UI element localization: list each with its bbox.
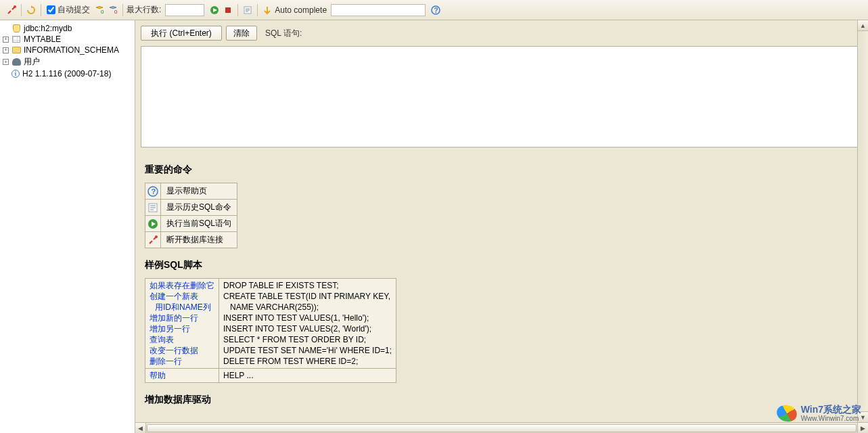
table-row: 如果表存在删除它 创建一个新表 用ID和NAME列 增加新的一行 增加另一行 查… — [145, 279, 396, 369]
scroll-thumb[interactable] — [147, 424, 856, 432]
separator — [122, 4, 123, 16]
scripts-table: 如果表存在删除它 创建一个新表 用ID和NAME列 增加新的一行 增加另一行 查… — [145, 278, 396, 383]
separator — [21, 4, 22, 16]
tree-db-url: jdbc:h2:mydb — [24, 24, 72, 33]
sql-statement-label: SQL 语句: — [265, 28, 302, 39]
tree-item-users[interactable]: + 用户 — [3, 55, 132, 68]
autocomplete-icon[interactable] — [261, 4, 273, 16]
command-label[interactable]: 显示帮助页 — [161, 183, 237, 200]
splitter[interactable] — [135, 147, 868, 153]
script-link[interactable]: 增加新的一行 — [150, 313, 214, 323]
auto-submit-label: 自动提交 — [58, 4, 90, 16]
script-link[interactable]: 创建一个新表 — [150, 291, 214, 302]
add-driver-title: 增加数据库驱动 — [145, 394, 859, 406]
command-label[interactable]: 执行当前SQL语句 — [161, 216, 237, 232]
script-link[interactable]: 用ID和NAME列 — [150, 302, 214, 313]
table-row: 执行当前SQL语句 — [145, 216, 237, 232]
script-links-cell: 帮助 — [145, 369, 219, 383]
vertical-scrollbar[interactable]: ▲ ▼ — [857, 20, 868, 422]
table-icon — [12, 35, 21, 44]
tree-panel: jdbc:h2:mydb + MYTABLE + INFORMATION_SCH… — [0, 20, 135, 433]
right-panel: 执行 (Ctrl+Enter) 清除 SQL 语句: 重要的命令 ? 显示帮助页 — [135, 20, 868, 433]
svg-rect-4 — [225, 7, 231, 13]
script-link[interactable]: 改变一行数据 — [150, 345, 214, 356]
scroll-right-icon[interactable]: ▶ — [857, 423, 868, 434]
scroll-down-icon[interactable]: ▼ — [858, 411, 868, 422]
help-icon[interactable]: ? — [145, 183, 161, 200]
svg-text:?: ? — [434, 7, 438, 14]
tree-label: 用户 — [24, 56, 40, 68]
stop-icon[interactable] — [222, 4, 234, 16]
important-commands-title: 重要的命令 — [145, 164, 859, 176]
database-icon — [12, 24, 21, 33]
auto-complete-label: Auto complete — [275, 5, 327, 15]
command-label[interactable]: 显示历史SQL命令 — [161, 200, 237, 216]
max-rows-label: 最大行数: — [127, 4, 161, 16]
history-icon[interactable] — [145, 200, 161, 216]
users-icon — [12, 58, 21, 67]
script-link[interactable]: 查询表 — [150, 334, 214, 345]
query-bar: 执行 (Ctrl+Enter) 清除 SQL 语句: — [135, 20, 868, 46]
script-link[interactable]: 帮助 — [150, 370, 214, 381]
script-link[interactable]: 如果表存在删除它 — [150, 280, 214, 291]
separator — [237, 4, 238, 16]
separator — [257, 4, 258, 16]
disconnect-icon[interactable] — [145, 232, 161, 248]
script-links-cell: 如果表存在删除它 创建一个新表 用ID和NAME列 增加新的一行 增加另一行 查… — [145, 279, 219, 369]
expander-icon[interactable]: + — [3, 47, 9, 53]
scroll-up-icon[interactable]: ▲ — [858, 20, 868, 31]
script-code-cell: HELP ... — [219, 369, 396, 383]
clear-button[interactable]: 清除 — [226, 26, 257, 41]
svg-text:0: 0 — [114, 9, 118, 15]
script-code-cell: DROP TABLE IF EXISTS TEST; CREATE TABLE … — [219, 279, 396, 369]
sql-editor[interactable] — [141, 46, 863, 147]
command-label[interactable]: 断开数据库连接 — [161, 232, 237, 248]
refresh-icon[interactable] — [25, 4, 37, 16]
auto-submit-input[interactable] — [47, 5, 55, 14]
auto-complete-input[interactable] — [331, 4, 426, 16]
rollback-icon[interactable]: 0 — [107, 4, 119, 16]
tree-item-mytable[interactable]: + MYTABLE — [3, 34, 132, 45]
table-row: 显示历史SQL命令 — [145, 200, 237, 216]
disconnect-icon[interactable] — [5, 4, 18, 16]
tree-version: i H2 1.1.116 (2009-07-18) — [3, 68, 132, 79]
commit-icon[interactable]: 0 — [93, 4, 106, 16]
history-icon[interactable] — [242, 4, 254, 16]
auto-submit-checkbox[interactable]: 自动提交 — [47, 4, 90, 16]
tree-label: INFORMATION_SCHEMA — [24, 45, 119, 55]
scroll-left-icon[interactable]: ◀ — [135, 423, 146, 434]
horizontal-scrollbar[interactable]: ◀ ▶ — [135, 422, 868, 433]
commands-table: ? 显示帮助页 显示历史SQL命令 执行当前SQL语句 — [145, 183, 237, 248]
run-icon[interactable] — [145, 216, 161, 232]
svg-text:?: ? — [152, 187, 156, 196]
tree-label: MYTABLE — [24, 35, 61, 44]
help-icon[interactable]: ? — [430, 4, 442, 16]
separator — [41, 4, 41, 16]
toolbar: 自动提交 0 0 最大行数: Auto complete ? — [0, 0, 868, 20]
expander-icon[interactable]: + — [3, 59, 9, 65]
table-row: 帮助 HELP ... — [145, 369, 396, 383]
script-link[interactable]: 删除一行 — [150, 356, 214, 367]
tree-db-root[interactable]: jdbc:h2:mydb — [3, 23, 132, 34]
run-icon[interactable] — [208, 4, 221, 16]
tree-item-information-schema[interactable]: + INFORMATION_SCHEMA — [3, 45, 132, 55]
svg-point-12 — [155, 235, 158, 238]
info-icon: i — [12, 70, 20, 78]
table-row: ? 显示帮助页 — [145, 183, 237, 200]
expander-icon[interactable]: + — [3, 37, 9, 43]
table-row: 断开数据库连接 — [145, 232, 237, 248]
svg-point-0 — [14, 5, 16, 8]
script-link[interactable]: 增加另一行 — [150, 323, 214, 334]
result-panel: 重要的命令 ? 显示帮助页 显示历史SQL命令 — [135, 153, 868, 433]
tree-version-label: H2 1.1.116 (2009-07-18) — [22, 69, 111, 78]
max-rows-input[interactable] — [165, 4, 204, 16]
body-area: jdbc:h2:mydb + MYTABLE + INFORMATION_SCH… — [0, 20, 868, 433]
sample-script-title: 样例SQL脚本 — [145, 259, 859, 271]
folder-icon — [12, 45, 21, 55]
svg-text:0: 0 — [101, 9, 104, 15]
run-button[interactable]: 执行 (Ctrl+Enter) — [141, 26, 222, 41]
